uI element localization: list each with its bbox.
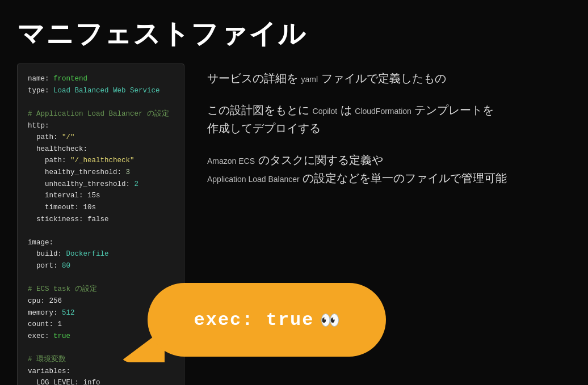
code-line-hc-path: path: "/_healthcheck" bbox=[28, 155, 174, 167]
code-line-comment1: # Application Load Balancer の設定 bbox=[28, 108, 174, 120]
code-line-port: port: 80 bbox=[28, 260, 174, 272]
speech-bubble: exec: true 👀 bbox=[148, 283, 386, 357]
code-line-image: image: bbox=[28, 237, 174, 249]
code-line-1: name: frontend bbox=[28, 73, 174, 85]
code-line-healthcheck: healthcheck: bbox=[28, 143, 174, 155]
bubble-text: exec: true bbox=[194, 310, 314, 331]
code-line-stickiness: stickiness: false bbox=[28, 214, 174, 226]
code-line-blank1 bbox=[28, 96, 174, 108]
code-line-log-level: LOG_LEVEL: info bbox=[28, 377, 174, 385]
code-line-hc-unhealthy: unhealthy_threshold: 2 bbox=[28, 179, 174, 191]
code-line-hc-timeout: timeout: 10s bbox=[28, 202, 174, 214]
desc-text-2: この設計図をもとに Copilot は CloudFormation テンプレー… bbox=[207, 101, 536, 137]
code-line-hc-healthy: healthy_threshold: 3 bbox=[28, 167, 174, 179]
desc-text-3: Amazon ECS のタスクに関する定義やApplication Load B… bbox=[207, 151, 536, 187]
bubble-emoji: 👀 bbox=[320, 311, 340, 329]
page-title: マニフェストファイル bbox=[0, 0, 588, 64]
code-line-blank2 bbox=[28, 225, 174, 237]
code-line-2: type: Load Balanced Web Service bbox=[28, 85, 174, 97]
desc-text-1: サービスの詳細を yaml ファイルで定義したもの bbox=[207, 69, 536, 87]
code-line-hc-interval: interval: 15s bbox=[28, 190, 174, 202]
code-line-path: path: "/" bbox=[28, 132, 174, 143]
code-line-build: build: Dockerfile bbox=[28, 248, 174, 260]
code-line-http: http: bbox=[28, 120, 174, 132]
speech-bubble-container: exec: true 👀 bbox=[114, 283, 397, 374]
code-line-blank3 bbox=[28, 272, 174, 284]
